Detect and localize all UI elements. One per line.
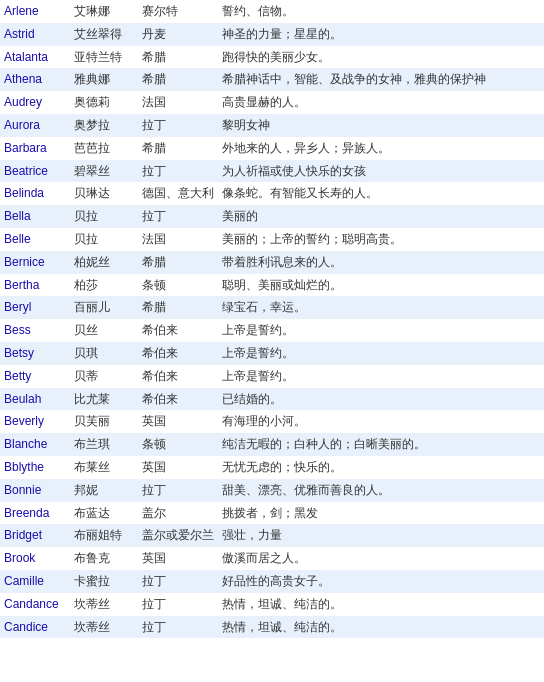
table-row: Astrid 艾丝翠得 丹麦 神圣的力量；星星的。 — [0, 23, 544, 46]
meaning-cell: 热情，坦诚、纯洁的。 — [218, 616, 544, 639]
table-row: Belle 贝拉 法国 美丽的；上帝的誓约；聪明高贵。 — [0, 228, 544, 251]
chinese-name-cell: 奥梦拉 — [70, 114, 138, 137]
table-row: Bonnie 邦妮 拉丁 甜美、漂亮、优雅而善良的人。 — [0, 479, 544, 502]
name-cell[interactable]: Betty — [0, 365, 70, 388]
table-row: Athena 雅典娜 希腊 希腊神话中，智能、及战争的女神，雅典的保护神 — [0, 68, 544, 91]
name-cell[interactable]: Brook — [0, 547, 70, 570]
origin-cell: 英国 — [138, 547, 218, 570]
origin-cell: 丹麦 — [138, 23, 218, 46]
name-cell[interactable]: Beryl — [0, 296, 70, 319]
name-cell[interactable]: Bertha — [0, 274, 70, 297]
name-cell[interactable]: Blanche — [0, 433, 70, 456]
meaning-cell: 上帝是誓约。 — [218, 342, 544, 365]
meaning-cell: 强壮，力量 — [218, 524, 544, 547]
name-cell[interactable]: Bernice — [0, 251, 70, 274]
name-cell[interactable]: Candice — [0, 616, 70, 639]
table-row: Bertha 柏莎 条顿 聪明、美丽或灿烂的。 — [0, 274, 544, 297]
name-cell[interactable]: Bonnie — [0, 479, 70, 502]
table-row: Beulah 比尤莱 希伯来 已结婚的。 — [0, 388, 544, 411]
table-row: Beatrice 碧翠丝 拉丁 为人祈福或使人快乐的女孩 — [0, 160, 544, 183]
chinese-name-cell: 贝拉 — [70, 205, 138, 228]
chinese-name-cell: 芭芭拉 — [70, 137, 138, 160]
origin-cell: 希伯来 — [138, 365, 218, 388]
names-table: Arlene 艾琳娜 赛尔特 誓约、信物。 Astrid 艾丝翠得 丹麦 神圣的… — [0, 0, 544, 638]
origin-cell: 盖尔 — [138, 502, 218, 525]
meaning-cell: 挑拨者，剑；黑发 — [218, 502, 544, 525]
meaning-cell: 纯洁无暇的；白种人的；白晰美丽的。 — [218, 433, 544, 456]
table-row: Betty 贝蒂 希伯来 上帝是誓约。 — [0, 365, 544, 388]
table-row: Barbara 芭芭拉 希腊 外地来的人，异乡人；异族人。 — [0, 137, 544, 160]
origin-cell: 条顿 — [138, 433, 218, 456]
table-row: Aurora 奥梦拉 拉丁 黎明女神 — [0, 114, 544, 137]
table-row: Bernice 柏妮丝 希腊 带着胜利讯息来的人。 — [0, 251, 544, 274]
name-cell[interactable]: Bblythe — [0, 456, 70, 479]
meaning-cell: 誓约、信物。 — [218, 0, 544, 23]
meaning-cell: 像条蛇。有智能又长寿的人。 — [218, 182, 544, 205]
meaning-cell: 希腊神话中，智能、及战争的女神，雅典的保护神 — [218, 68, 544, 91]
chinese-name-cell: 贝蒂 — [70, 365, 138, 388]
table-row: Bblythe 布莱丝 英国 无忧无虑的；快乐的。 — [0, 456, 544, 479]
name-cell[interactable]: Breenda — [0, 502, 70, 525]
chinese-name-cell: 贝拉 — [70, 228, 138, 251]
chinese-name-cell: 布丽姐特 — [70, 524, 138, 547]
chinese-name-cell: 百丽儿 — [70, 296, 138, 319]
meaning-cell: 热情，坦诚、纯洁的。 — [218, 593, 544, 616]
meaning-cell: 有海理的小河。 — [218, 410, 544, 433]
name-cell[interactable]: Beatrice — [0, 160, 70, 183]
table-row: Arlene 艾琳娜 赛尔特 誓约、信物。 — [0, 0, 544, 23]
origin-cell: 拉丁 — [138, 160, 218, 183]
table-row: Camille 卡蜜拉 拉丁 好品性的高贵女子。 — [0, 570, 544, 593]
name-cell[interactable]: Bella — [0, 205, 70, 228]
table-row: Betsy 贝琪 希伯来 上帝是誓约。 — [0, 342, 544, 365]
meaning-cell: 绿宝石，幸运。 — [218, 296, 544, 319]
meaning-cell: 为人祈福或使人快乐的女孩 — [218, 160, 544, 183]
name-cell[interactable]: Belinda — [0, 182, 70, 205]
chinese-name-cell: 奥德莉 — [70, 91, 138, 114]
name-cell[interactable]: Astrid — [0, 23, 70, 46]
meaning-cell: 甜美、漂亮、优雅而善良的人。 — [218, 479, 544, 502]
chinese-name-cell: 坎蒂丝 — [70, 593, 138, 616]
meaning-cell: 上帝是誓约。 — [218, 319, 544, 342]
origin-cell: 希伯来 — [138, 342, 218, 365]
name-cell[interactable]: Camille — [0, 570, 70, 593]
origin-cell: 希腊 — [138, 251, 218, 274]
name-cell[interactable]: Beverly — [0, 410, 70, 433]
meaning-cell: 无忧无虑的；快乐的。 — [218, 456, 544, 479]
chinese-name-cell: 艾琳娜 — [70, 0, 138, 23]
meaning-cell: 黎明女神 — [218, 114, 544, 137]
chinese-name-cell: 贝丝 — [70, 319, 138, 342]
name-cell[interactable]: Bess — [0, 319, 70, 342]
chinese-name-cell: 布蓝达 — [70, 502, 138, 525]
name-cell[interactable]: Aurora — [0, 114, 70, 137]
table-row: Brook 布鲁克 英国 傲溪而居之人。 — [0, 547, 544, 570]
name-cell[interactable]: Barbara — [0, 137, 70, 160]
meaning-cell: 美丽的；上帝的誓约；聪明高贵。 — [218, 228, 544, 251]
name-cell[interactable]: Audrey — [0, 91, 70, 114]
origin-cell: 赛尔特 — [138, 0, 218, 23]
name-cell[interactable]: Belle — [0, 228, 70, 251]
name-cell[interactable]: Arlene — [0, 0, 70, 23]
meaning-cell: 已结婚的。 — [218, 388, 544, 411]
origin-cell: 拉丁 — [138, 616, 218, 639]
origin-cell: 拉丁 — [138, 205, 218, 228]
chinese-name-cell: 柏莎 — [70, 274, 138, 297]
origin-cell: 英国 — [138, 410, 218, 433]
chinese-name-cell: 亚特兰特 — [70, 46, 138, 69]
name-cell[interactable]: Betsy — [0, 342, 70, 365]
name-cell[interactable]: Candance — [0, 593, 70, 616]
meaning-cell: 好品性的高贵女子。 — [218, 570, 544, 593]
origin-cell: 希腊 — [138, 68, 218, 91]
name-cell[interactable]: Atalanta — [0, 46, 70, 69]
origin-cell: 拉丁 — [138, 593, 218, 616]
meaning-cell: 聪明、美丽或灿烂的。 — [218, 274, 544, 297]
chinese-name-cell: 坎蒂丝 — [70, 616, 138, 639]
table-row: Atalanta 亚特兰特 希腊 跑得快的美丽少女。 — [0, 46, 544, 69]
chinese-name-cell: 艾丝翠得 — [70, 23, 138, 46]
origin-cell: 希伯来 — [138, 388, 218, 411]
name-cell[interactable]: Athena — [0, 68, 70, 91]
name-cell[interactable]: Beulah — [0, 388, 70, 411]
meaning-cell: 外地来的人，异乡人；异族人。 — [218, 137, 544, 160]
chinese-name-cell: 邦妮 — [70, 479, 138, 502]
chinese-name-cell: 柏妮丝 — [70, 251, 138, 274]
name-cell[interactable]: Bridget — [0, 524, 70, 547]
